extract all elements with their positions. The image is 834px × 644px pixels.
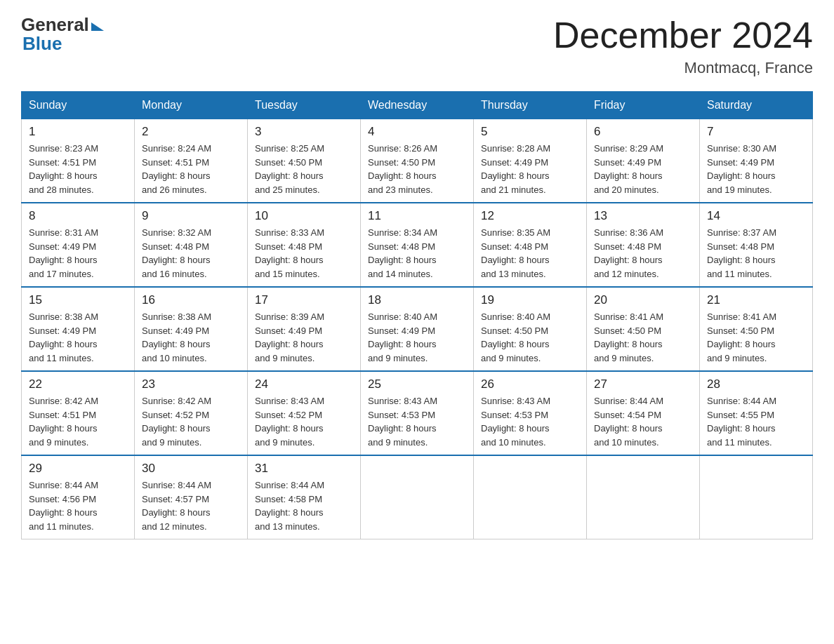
day-cell: 13 Sunrise: 8:36 AM Sunset: 4:48 PM Dayl… (587, 203, 700, 287)
day-info: Sunrise: 8:41 AM Sunset: 4:50 PM Dayligh… (594, 310, 692, 365)
day-number: 24 (255, 377, 353, 391)
day-number: 26 (481, 377, 579, 391)
day-number: 20 (594, 293, 692, 307)
calendar-table: Sunday Monday Tuesday Wednesday Thursday… (21, 91, 813, 539)
day-info: Sunrise: 8:41 AM Sunset: 4:50 PM Dayligh… (707, 310, 805, 365)
day-number: 10 (255, 209, 353, 223)
day-info: Sunrise: 8:44 AM Sunset: 4:54 PM Dayligh… (594, 394, 692, 449)
day-number: 1 (29, 125, 127, 139)
day-info: Sunrise: 8:44 AM Sunset: 4:55 PM Dayligh… (707, 394, 805, 449)
day-cell: 14 Sunrise: 8:37 AM Sunset: 4:48 PM Dayl… (700, 203, 813, 287)
day-cell: 29 Sunrise: 8:44 AM Sunset: 4:56 PM Dayl… (22, 455, 135, 539)
day-cell: 10 Sunrise: 8:33 AM Sunset: 4:48 PM Dayl… (248, 203, 361, 287)
day-number: 14 (707, 209, 805, 223)
day-info: Sunrise: 8:42 AM Sunset: 4:52 PM Dayligh… (142, 394, 240, 449)
day-info: Sunrise: 8:43 AM Sunset: 4:53 PM Dayligh… (481, 394, 579, 449)
day-cell: 22 Sunrise: 8:42 AM Sunset: 4:51 PM Dayl… (22, 371, 135, 455)
day-info: Sunrise: 8:44 AM Sunset: 4:56 PM Dayligh… (29, 478, 127, 533)
day-cell: 9 Sunrise: 8:32 AM Sunset: 4:48 PM Dayli… (135, 203, 248, 287)
day-number: 11 (368, 209, 466, 223)
day-cell: 12 Sunrise: 8:35 AM Sunset: 4:48 PM Dayl… (474, 203, 587, 287)
day-number: 25 (368, 377, 466, 391)
title-section: December 2024 Montmacq, France (553, 14, 813, 77)
day-cell: 20 Sunrise: 8:41 AM Sunset: 4:50 PM Dayl… (587, 287, 700, 371)
day-cell: 25 Sunrise: 8:43 AM Sunset: 4:53 PM Dayl… (361, 371, 474, 455)
day-cell: 23 Sunrise: 8:42 AM Sunset: 4:52 PM Dayl… (135, 371, 248, 455)
day-number: 6 (594, 125, 692, 139)
day-number: 22 (29, 377, 127, 391)
day-info: Sunrise: 8:31 AM Sunset: 4:49 PM Dayligh… (29, 226, 127, 281)
day-number: 5 (481, 125, 579, 139)
page-header: General Blue December 2024 Montmacq, Fra… (21, 14, 813, 77)
day-cell: 26 Sunrise: 8:43 AM Sunset: 4:53 PM Dayl… (474, 371, 587, 455)
day-info: Sunrise: 8:36 AM Sunset: 4:48 PM Dayligh… (594, 226, 692, 281)
day-cell: 11 Sunrise: 8:34 AM Sunset: 4:48 PM Dayl… (361, 203, 474, 287)
day-cell (587, 455, 700, 539)
day-info: Sunrise: 8:33 AM Sunset: 4:48 PM Dayligh… (255, 226, 353, 281)
day-number: 9 (142, 209, 240, 223)
week-row-2: 8 Sunrise: 8:31 AM Sunset: 4:49 PM Dayli… (22, 203, 813, 287)
week-row-5: 29 Sunrise: 8:44 AM Sunset: 4:56 PM Dayl… (22, 455, 813, 539)
day-number: 2 (142, 125, 240, 139)
week-row-1: 1 Sunrise: 8:23 AM Sunset: 4:51 PM Dayli… (22, 119, 813, 203)
day-number: 29 (29, 462, 127, 476)
col-friday: Friday (587, 92, 700, 119)
day-info: Sunrise: 8:38 AM Sunset: 4:49 PM Dayligh… (142, 310, 240, 365)
day-cell: 28 Sunrise: 8:44 AM Sunset: 4:55 PM Dayl… (700, 371, 813, 455)
day-info: Sunrise: 8:44 AM Sunset: 4:57 PM Dayligh… (142, 478, 240, 533)
day-cell: 21 Sunrise: 8:41 AM Sunset: 4:50 PM Dayl… (700, 287, 813, 371)
day-cell: 8 Sunrise: 8:31 AM Sunset: 4:49 PM Dayli… (22, 203, 135, 287)
day-cell: 2 Sunrise: 8:24 AM Sunset: 4:51 PM Dayli… (135, 119, 248, 203)
day-cell: 24 Sunrise: 8:43 AM Sunset: 4:52 PM Dayl… (248, 371, 361, 455)
day-cell: 1 Sunrise: 8:23 AM Sunset: 4:51 PM Dayli… (22, 119, 135, 203)
day-cell: 4 Sunrise: 8:26 AM Sunset: 4:50 PM Dayli… (361, 119, 474, 203)
day-info: Sunrise: 8:25 AM Sunset: 4:50 PM Dayligh… (255, 142, 353, 196)
day-number: 3 (255, 125, 353, 139)
day-number: 21 (707, 293, 805, 307)
day-info: Sunrise: 8:35 AM Sunset: 4:48 PM Dayligh… (481, 226, 579, 281)
day-info: Sunrise: 8:32 AM Sunset: 4:48 PM Dayligh… (142, 226, 240, 281)
day-cell: 27 Sunrise: 8:44 AM Sunset: 4:54 PM Dayl… (587, 371, 700, 455)
day-cell: 30 Sunrise: 8:44 AM Sunset: 4:57 PM Dayl… (135, 455, 248, 539)
day-number: 4 (368, 125, 466, 139)
day-number: 17 (255, 293, 353, 307)
day-number: 16 (142, 293, 240, 307)
day-number: 7 (707, 125, 805, 139)
logo: General Blue (21, 14, 104, 55)
day-number: 15 (29, 293, 127, 307)
col-thursday: Thursday (474, 92, 587, 119)
day-info: Sunrise: 8:30 AM Sunset: 4:49 PM Dayligh… (707, 142, 805, 196)
day-number: 18 (368, 293, 466, 307)
day-cell: 5 Sunrise: 8:28 AM Sunset: 4:49 PM Dayli… (474, 119, 587, 203)
col-monday: Monday (135, 92, 248, 119)
week-row-4: 22 Sunrise: 8:42 AM Sunset: 4:51 PM Dayl… (22, 371, 813, 455)
day-info: Sunrise: 8:40 AM Sunset: 4:50 PM Dayligh… (481, 310, 579, 365)
day-info: Sunrise: 8:43 AM Sunset: 4:52 PM Dayligh… (255, 394, 353, 449)
day-info: Sunrise: 8:29 AM Sunset: 4:49 PM Dayligh… (594, 142, 692, 196)
day-cell: 3 Sunrise: 8:25 AM Sunset: 4:50 PM Dayli… (248, 119, 361, 203)
day-cell: 6 Sunrise: 8:29 AM Sunset: 4:49 PM Dayli… (587, 119, 700, 203)
day-number: 23 (142, 377, 240, 391)
day-info: Sunrise: 8:40 AM Sunset: 4:49 PM Dayligh… (368, 310, 466, 365)
day-info: Sunrise: 8:23 AM Sunset: 4:51 PM Dayligh… (29, 142, 127, 196)
day-number: 30 (142, 462, 240, 476)
header-row: Sunday Monday Tuesday Wednesday Thursday… (22, 92, 813, 119)
logo-triangle-icon (91, 22, 104, 31)
day-info: Sunrise: 8:37 AM Sunset: 4:48 PM Dayligh… (707, 226, 805, 281)
day-info: Sunrise: 8:26 AM Sunset: 4:50 PM Dayligh… (368, 142, 466, 196)
day-number: 12 (481, 209, 579, 223)
day-info: Sunrise: 8:44 AM Sunset: 4:58 PM Dayligh… (255, 478, 353, 533)
col-tuesday: Tuesday (248, 92, 361, 119)
col-wednesday: Wednesday (361, 92, 474, 119)
day-number: 13 (594, 209, 692, 223)
month-title: December 2024 (553, 14, 813, 56)
day-info: Sunrise: 8:43 AM Sunset: 4:53 PM Dayligh… (368, 394, 466, 449)
day-cell: 17 Sunrise: 8:39 AM Sunset: 4:49 PM Dayl… (248, 287, 361, 371)
day-cell (361, 455, 474, 539)
col-sunday: Sunday (22, 92, 135, 119)
day-cell: 18 Sunrise: 8:40 AM Sunset: 4:49 PM Dayl… (361, 287, 474, 371)
day-info: Sunrise: 8:34 AM Sunset: 4:48 PM Dayligh… (368, 226, 466, 281)
day-info: Sunrise: 8:24 AM Sunset: 4:51 PM Dayligh… (142, 142, 240, 196)
day-info: Sunrise: 8:42 AM Sunset: 4:51 PM Dayligh… (29, 394, 127, 449)
day-cell: 7 Sunrise: 8:30 AM Sunset: 4:49 PM Dayli… (700, 119, 813, 203)
